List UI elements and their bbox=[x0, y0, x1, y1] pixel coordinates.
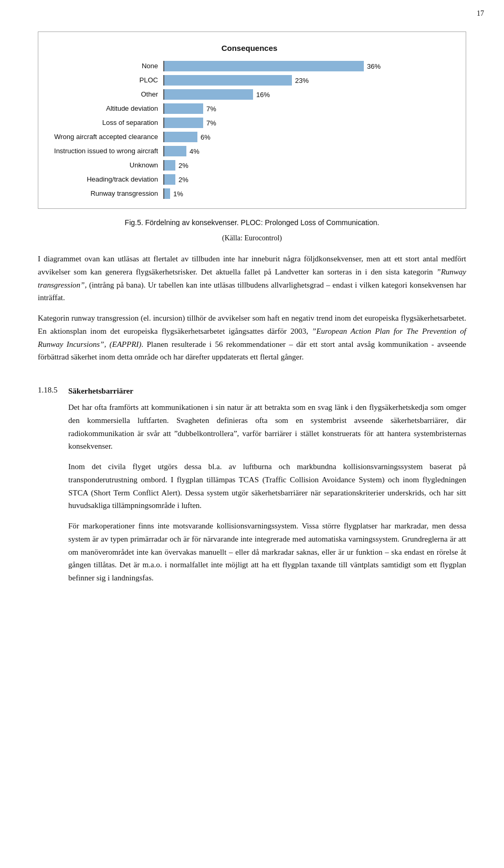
chart-bar-row: Instruction issued to wrong aircraft 4% bbox=[48, 146, 451, 156]
body-paragraph: Kategorin runway transgression (el. incu… bbox=[38, 312, 466, 364]
chart-bar-pct: 4% bbox=[190, 147, 200, 155]
chart-bar-label: PLOC bbox=[48, 76, 163, 84]
chart-bar-row: Altitude deviation 7% bbox=[48, 103, 451, 114]
chart-title: Consequences bbox=[48, 44, 451, 52]
fig-caption: Fig.5. Fördelning av konsekvenser. PLOC:… bbox=[38, 218, 466, 227]
chart-bar bbox=[164, 61, 364, 71]
chart-bar bbox=[164, 174, 175, 185]
chart-bar-pct: 7% bbox=[206, 105, 216, 113]
chart-bar-label: Instruction issued to wrong aircraft bbox=[48, 147, 163, 155]
chart-bar-label: Runway transgression bbox=[48, 189, 163, 198]
chart-bar-label: Other bbox=[48, 90, 163, 99]
source-note: (Källa: Eurocontrol) bbox=[38, 232, 466, 244]
chart-bar-pct: 23% bbox=[295, 77, 309, 84]
chart-bar-pct: 16% bbox=[256, 91, 270, 99]
chart-bar bbox=[164, 75, 292, 86]
chart-bar-label: Loss of separation bbox=[48, 119, 163, 127]
page-number: 17 bbox=[477, 9, 484, 18]
chart-bar-row: None 36% bbox=[48, 61, 451, 71]
chart-bar-label: Altitude deviation bbox=[48, 104, 163, 113]
chart-bar-pct: 1% bbox=[173, 190, 183, 198]
chart-bar bbox=[164, 89, 253, 100]
chart-bar-label: Wrong aircraft accepted clearance bbox=[48, 133, 163, 141]
chart-bar-row: PLOC 23% bbox=[48, 75, 451, 86]
chart-bar-pct: 2% bbox=[178, 162, 188, 170]
chart-bar-pct: 36% bbox=[367, 62, 381, 70]
chart-container: Consequences None 36% PLOC 23% Other 16%… bbox=[38, 31, 466, 209]
chart-bar bbox=[164, 188, 170, 199]
section-paragraph: Inom det civila flyget utgörs dessa bl.a… bbox=[68, 460, 466, 512]
chart-bar bbox=[164, 103, 203, 114]
chart-bar-label: Heading/track deviation bbox=[48, 175, 163, 184]
chart-bar-label: Unknown bbox=[48, 161, 163, 170]
chart-bar bbox=[164, 132, 197, 142]
chart-bar bbox=[164, 118, 203, 128]
chart-bar-row: Loss of separation 7% bbox=[48, 118, 451, 128]
chart-bar-pct: 2% bbox=[178, 176, 188, 184]
section-paragraph: För markoperationer finns inte motsvaran… bbox=[68, 520, 466, 585]
body-paragraph: I diagrammet ovan kan utläsas att flerta… bbox=[38, 252, 466, 304]
chart-bar-row: Wrong aircraft accepted clearance 6% bbox=[48, 132, 451, 142]
chart-bar-row: Runway transgression 1% bbox=[48, 188, 451, 199]
chart-bar-pct: 6% bbox=[201, 133, 211, 141]
chart-bar-pct: 7% bbox=[206, 119, 216, 127]
chart-bar-label: None bbox=[48, 62, 163, 70]
section-number: 1.18.5 bbox=[38, 375, 66, 395]
chart-bar bbox=[164, 160, 175, 171]
chart-bar-row: Heading/track deviation 2% bbox=[48, 174, 451, 185]
chart-bar-row: Unknown 2% bbox=[48, 160, 451, 171]
section-paragraph: Det har ofta framförts att kommunikation… bbox=[68, 401, 466, 453]
section-title: Säkerhetsbarriärer bbox=[68, 387, 466, 396]
chart-bar bbox=[164, 146, 186, 156]
chart-bar-row: Other 16% bbox=[48, 89, 451, 100]
